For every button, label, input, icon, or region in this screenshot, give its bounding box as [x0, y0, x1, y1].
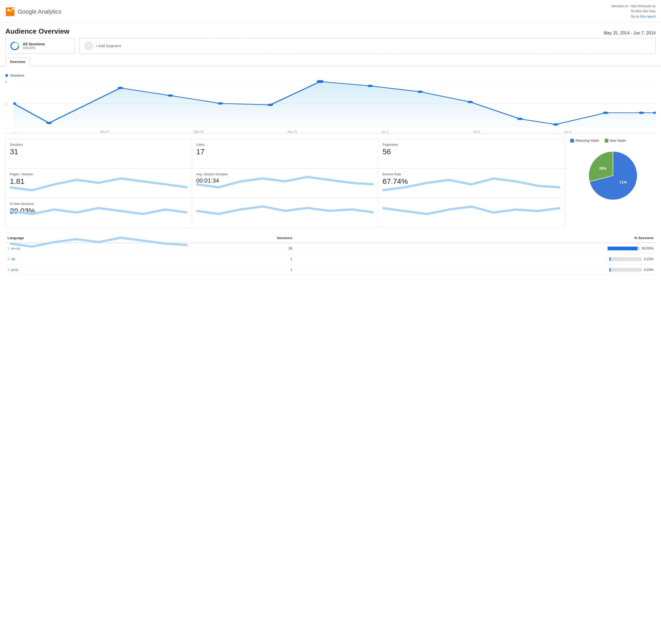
metric-sessions-value: 31 — [10, 147, 188, 156]
chart-x-labels: ... May 27 May 29 May 31 Jun 2 Jun 4 Jun… — [13, 129, 656, 133]
segment-pct: 100.00% — [23, 46, 45, 50]
bar-cell-3: 3.23% — [296, 268, 654, 272]
svg-point-17 — [367, 85, 373, 87]
y-label-6: 6 — [5, 80, 13, 83]
chart-svg-wrapper — [13, 80, 656, 127]
x-label-jun4: Jun 4 — [473, 130, 480, 133]
ga-logo-icon — [5, 7, 15, 17]
metric-sessions-label: Sessions — [10, 143, 188, 146]
site-url: shinyidol.us - http://shinyidol.us — [611, 4, 656, 9]
pct-text-2: 3.23% — [644, 257, 654, 261]
svg-rect-1 — [7, 9, 9, 11]
th-pct-sessions: % Sessions — [294, 233, 656, 243]
table-row: 3. pt-br 1 3.23% — [5, 264, 656, 275]
chart-y-labels: 6 3 — [5, 80, 13, 125]
metric-users-label: Users — [196, 143, 374, 146]
sparkline-bounce-rate — [382, 187, 560, 196]
pie-legend: Returning Visitor New Visitor — [570, 139, 656, 142]
tab-overview[interactable]: Overview — [5, 58, 30, 66]
metrics-grid: Sessions 31 Users 17 — [5, 139, 565, 198]
svg-point-22 — [603, 112, 609, 114]
svg-point-2 — [12, 8, 14, 9]
metrics-section: Sessions 31 Users 17 — [0, 136, 661, 228]
bar-fill-1 — [608, 247, 638, 250]
x-label-jun6: Jun 6 — [564, 130, 572, 133]
metrics-left: Sessions 31 Users 17 — [5, 139, 565, 228]
bar-fill-2 — [610, 257, 611, 261]
svg-point-19 — [467, 101, 473, 103]
add-segment-box[interactable]: + Add Segment — [79, 38, 656, 54]
svg-point-21 — [553, 123, 558, 126]
segment-name: All Sessions — [23, 42, 45, 46]
sparkline-users — [196, 158, 374, 166]
x-label-may29: May 29 — [194, 130, 203, 133]
bar-fill-3 — [610, 268, 611, 272]
metric-pageviews: Pageviews 56 — [378, 139, 565, 169]
bar-bg-1 — [608, 247, 640, 250]
pie-legend-returning-label: Returning Visitor — [575, 139, 599, 142]
segment-info: All Sessions 100.00% — [23, 42, 45, 50]
bar-bg-2 — [610, 257, 641, 261]
legend-dot — [5, 74, 8, 77]
bar-bg-3 — [610, 268, 641, 272]
page-title-area: Audience Overview May 25, 2014 - Jun 7, … — [0, 22, 661, 38]
y-label-3: 3 — [5, 103, 13, 106]
svg-point-20 — [517, 118, 523, 120]
svg-point-13 — [168, 94, 173, 97]
metric-pageviews-value: 56 — [382, 147, 560, 156]
logo-text: Google Analytics — [18, 8, 61, 15]
chart-svg — [13, 80, 656, 127]
x-label-may31: May 31 — [288, 130, 297, 133]
svg-point-11 — [46, 122, 52, 124]
pie-legend-new-color — [605, 139, 609, 142]
pie-legend-new: New Visitor — [605, 139, 626, 142]
x-label-start: ... — [13, 130, 16, 133]
chart-section: Sessions 6 3 — [0, 69, 661, 136]
active-segment-box[interactable]: All Sessions 100.00% — [5, 38, 75, 54]
site-data: All Web Site Data — [611, 9, 656, 14]
pie-legend-returning-color — [570, 139, 574, 142]
td-lang-3: 3. pt-br — [5, 264, 154, 275]
metrics-right: Returning Visitor New Visitor — [565, 139, 656, 228]
svg-point-4 — [85, 42, 92, 49]
chart-legend-label: Sessions — [10, 73, 24, 77]
td-pct-3: 3.23% — [294, 264, 656, 275]
lang-link-3[interactable]: pt-br — [11, 268, 18, 272]
sparkline-sessions — [10, 158, 188, 166]
svg-point-5 — [87, 44, 90, 47]
date-range: May 25, 2014 - Jun 7, 2014 — [603, 31, 656, 36]
segments-area: All Sessions 100.00% + Add Segment — [0, 38, 661, 58]
sparkline-new-sessions — [10, 217, 188, 225]
goto-report-link[interactable]: Go to this report — [631, 15, 656, 18]
pie-new-pct-text: 29% — [599, 166, 607, 170]
tabs-area: Overview — [0, 58, 661, 66]
svg-point-12 — [117, 87, 123, 89]
td-pct-2: 3.23% — [294, 254, 656, 264]
page-title: Audience Overview — [5, 27, 69, 36]
metric-users: Users 17 — [192, 139, 378, 169]
pie-chart-svg: 71% 29% — [583, 146, 642, 205]
pct-text-3: 3.23% — [644, 268, 654, 272]
svg-point-14 — [217, 102, 223, 105]
header: Google Analytics shinyidol.us - http://s… — [0, 0, 661, 22]
header-right: shinyidol.us - http://shinyidol.us All W… — [611, 4, 656, 20]
svg-point-16 — [317, 80, 324, 83]
x-label-may27: May 27 — [100, 130, 110, 133]
metric-pageviews-label: Pageviews — [382, 143, 560, 146]
sparkline-pageviews — [382, 158, 560, 166]
bar-cell-2: 3.23% — [296, 257, 654, 261]
x-label-jun2: Jun 2 — [381, 130, 389, 133]
svg-marker-9 — [13, 82, 656, 127]
td-pct-1: 93.55% — [294, 243, 656, 254]
td-sessions-3: 1 — [154, 264, 294, 275]
pie-container: 71% 29% — [570, 146, 656, 205]
pie-returning-pct-text: 71% — [619, 180, 627, 184]
pie-legend-returning: Returning Visitor — [570, 139, 599, 142]
metric-sessions: Sessions 31 — [6, 139, 192, 169]
pct-text-1: 93.55% — [642, 246, 654, 250]
svg-point-23 — [639, 112, 644, 114]
metric-users-value: 17 — [196, 147, 374, 156]
add-segment-icon — [85, 42, 93, 50]
chart-container: 6 3 — [5, 80, 656, 134]
row-num-3: 3. — [7, 268, 10, 272]
